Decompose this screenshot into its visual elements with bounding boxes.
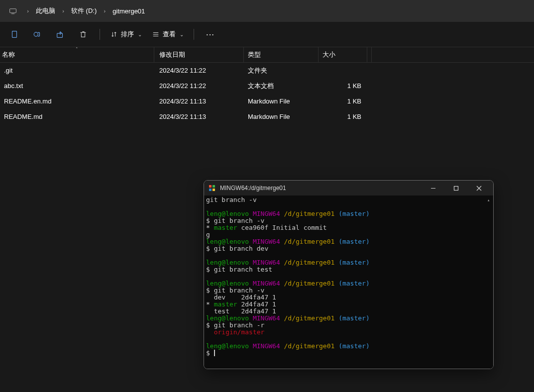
cut-icon[interactable] [3, 22, 26, 47]
sort-asc-icon: ˄ [76, 47, 78, 52]
chevron-right-icon: › [58, 8, 68, 14]
file-name: abc.txt [4, 82, 23, 90]
sort-dropdown[interactable]: 排序 ⌄ [105, 22, 147, 47]
terminal-body[interactable]: ▴ git branch -v leng@lenovo MINGW64 /d/g… [204, 196, 493, 369]
file-type: Markdown File [244, 113, 319, 120]
column-headers: ˄ 名称 修改日期 类型 大小 [0, 47, 534, 63]
close-button[interactable] [467, 181, 490, 196]
toolbar-separator [100, 29, 100, 40]
file-size: 1 KB [319, 82, 367, 90]
file-size: 1 KB [319, 113, 367, 120]
list-item[interactable]: .git 2024/3/22 11:22 文件夹 [0, 63, 534, 78]
list-item[interactable]: README.md 2024/3/22 11:13 Markdown File … [0, 109, 534, 124]
file-date: 2024/3/22 11:13 [154, 98, 244, 105]
file-size: 1 KB [319, 98, 367, 105]
more-button[interactable]: ··· [199, 31, 222, 38]
sort-icon [110, 31, 118, 38]
terminal-window[interactable]: MINGW64:/d/gitmerge01 ▴ git branch -v le… [204, 180, 494, 369]
chevron-down-icon: ⌄ [138, 32, 142, 37]
svg-rect-13 [454, 186, 458, 190]
view-label: 查看 [163, 30, 176, 39]
file-date: 2024/3/22 11:13 [154, 113, 244, 120]
terminal-cursor [214, 350, 215, 356]
file-type: 文本文档 [244, 82, 319, 91]
file-name: README.md [4, 113, 42, 120]
svg-rect-9 [213, 185, 215, 188]
share-icon[interactable] [49, 22, 72, 47]
svg-rect-11 [213, 189, 215, 191]
col-spacer [367, 47, 372, 62]
file-list: .git 2024/3/22 11:22 文件夹 abc.txt 2024/3/… [0, 63, 534, 124]
file-name: .git [4, 67, 12, 74]
terminal-titlebar[interactable]: MINGW64:/d/gitmerge01 [204, 181, 493, 196]
terminal-scrollbar[interactable]: ▴ [486, 196, 493, 369]
breadcrumb-item[interactable]: gitmerge01 [109, 7, 148, 15]
svg-rect-2 [12, 31, 17, 38]
list-item[interactable]: README.en.md 2024/3/22 11:13 Markdown Fi… [0, 94, 534, 109]
git-bash-icon [208, 184, 216, 192]
pc-icon[interactable] [3, 0, 23, 22]
svg-rect-10 [209, 189, 212, 191]
toolbar-separator [194, 29, 194, 40]
chevron-right-icon: › [100, 8, 109, 14]
sort-label: 排序 [121, 30, 134, 39]
file-date: 2024/3/22 11:22 [154, 82, 244, 90]
maximize-button[interactable] [444, 181, 467, 196]
chevron-down-icon: ⌄ [180, 32, 184, 37]
list-icon [152, 31, 160, 38]
breadcrumb: › 此电脑 › 软件 (D:) › gitmerge01 [0, 0, 534, 22]
breadcrumb-item[interactable]: 此电脑 [33, 6, 58, 15]
toolbar: 排序 ⌄ 查看 ⌄ ··· [0, 22, 534, 47]
svg-rect-0 [10, 8, 16, 12]
svg-point-3 [34, 32, 38, 36]
col-name-label: 名称 [2, 51, 15, 59]
svg-rect-4 [57, 33, 63, 37]
copy-icon[interactable] [26, 22, 49, 47]
scroll-up-icon[interactable]: ▴ [487, 196, 490, 203]
terminal-title: MINGW64:/d/gitmerge01 [220, 185, 286, 192]
minimize-button[interactable] [422, 181, 444, 196]
delete-icon[interactable] [72, 22, 95, 47]
col-name[interactable]: ˄ 名称 [0, 47, 154, 62]
file-type: 文件夹 [244, 66, 319, 75]
view-dropdown[interactable]: 查看 ⌄ [147, 22, 189, 47]
svg-rect-8 [209, 185, 212, 188]
chevron-right-icon: › [23, 8, 33, 14]
col-type[interactable]: 类型 [244, 47, 319, 62]
list-item[interactable]: abc.txt 2024/3/22 11:22 文本文档 1 KB [0, 78, 534, 94]
file-type: Markdown File [244, 98, 319, 105]
col-size[interactable]: 大小 [319, 47, 367, 62]
file-date: 2024/3/22 11:22 [154, 67, 244, 74]
col-date[interactable]: 修改日期 [154, 47, 244, 62]
file-name: README.en.md [4, 98, 51, 105]
breadcrumb-item[interactable]: 软件 (D:) [68, 6, 100, 15]
